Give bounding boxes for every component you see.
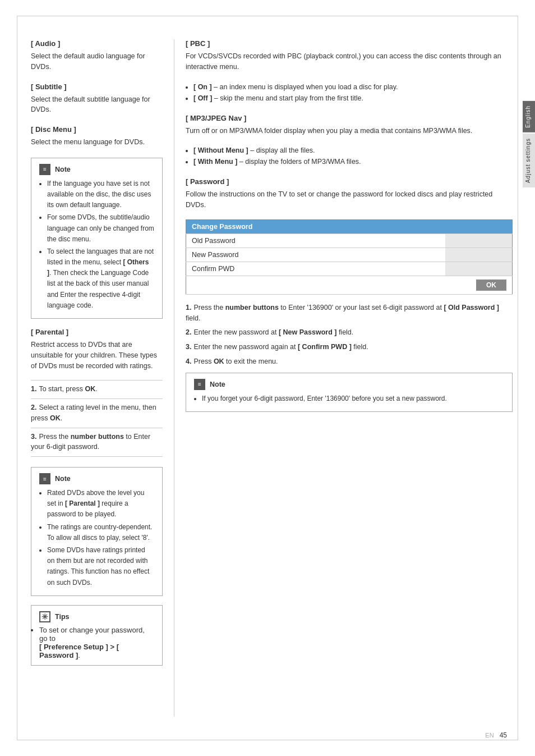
pbc-bullets: [ On ] – an index menu is displayed when…	[186, 81, 513, 104]
side-tabs: English Adjust settings	[523, 101, 535, 187]
tips-box: ✳ Tips To set or change your password, g…	[31, 605, 163, 666]
note-item: To select the languages that are not lis…	[47, 246, 154, 311]
note-header-2: ≡ Note	[39, 473, 154, 484]
pbc-section: [ PBC ] For VCDs/SVCDs recorded with PBC…	[186, 39, 513, 104]
password-section: [ Password ] Follow the instructions on …	[186, 177, 513, 411]
parental-section: [ Parental ] Restrict access to DVDs tha…	[31, 328, 163, 457]
note-header-1: ≡ Note	[39, 164, 154, 175]
confirm-pwd-input[interactable]	[445, 262, 513, 276]
new-password-input[interactable]	[445, 248, 513, 262]
tips-item: To set or change your password, go to [ …	[39, 626, 154, 659]
right-column: [ PBC ] For VCDs/SVCDs recorded with PBC…	[174, 22, 535, 734]
page: English Adjust settings [ Audio ] Select…	[0, 0, 535, 756]
old-password-label: Old Password	[186, 233, 445, 248]
page-number: 45	[500, 731, 507, 739]
top-border	[17, 16, 518, 16]
english-tab: English	[523, 101, 535, 132]
parental-steps: 1.To start, press OK. 2.Select a rating …	[31, 384, 163, 457]
parental-body: Restrict access to DVDs that are unsuita…	[31, 340, 163, 371]
disc-menu-section: [ Disc Menu ] Select the menu language f…	[31, 125, 163, 148]
step-item: 2.Enter the new password at [ New Passwo…	[186, 327, 513, 338]
pbc-bullet: [ Off ] – skip the menu and start play f…	[193, 93, 513, 104]
mp3jpeg-body: Turn off or on MP3/WMA folder display wh…	[186, 126, 513, 136]
subtitle-title: [ Subtitle ]	[31, 83, 163, 91]
en-label: EN	[485, 732, 494, 739]
step-item: 4.Press OK to exit the menu.	[186, 356, 513, 367]
note-item: The ratings are country-dependent. To al…	[47, 522, 154, 543]
password-steps: 1.Press the number buttons to Enter '136…	[186, 303, 513, 367]
mp3jpeg-bullet: [ Without Menu ] – display all the files…	[193, 145, 513, 156]
mp3jpeg-bullets: [ Without Menu ] – display all the files…	[186, 145, 513, 167]
tips-icon: ✳	[39, 611, 50, 622]
pbc-title: [ PBC ]	[186, 39, 513, 48]
note-icon-2: ≡	[39, 473, 50, 484]
step-divider	[31, 398, 163, 399]
ok-button[interactable]: OK	[476, 280, 506, 291]
parental-title: [ Parental ]	[31, 328, 163, 336]
step-divider	[31, 456, 163, 457]
confirm-pwd-label: Confirm PWD	[186, 262, 445, 276]
note-icon-1: ≡	[39, 164, 50, 175]
pbc-bullet: [ On ] – an index menu is displayed when…	[193, 81, 513, 93]
note-box-password: ≡ Note If you forget your 6-digit passwo…	[186, 373, 513, 412]
note-box-2: ≡ Note Rated DVDs above the level you se…	[31, 467, 163, 596]
old-password-input[interactable]	[445, 233, 513, 248]
step-item: 3.Press the number buttons to Enter your…	[31, 432, 163, 453]
left-border	[17, 16, 17, 740]
new-password-label: New Password	[186, 248, 445, 262]
table-row: Confirm PWD	[186, 262, 513, 276]
table-header-cell: Change Password	[186, 219, 513, 233]
mp3jpeg-title: [ MP3/JPEG Nav ]	[186, 114, 513, 122]
note-item: If you forget your 6-digit password, Ent…	[202, 393, 504, 404]
table-row: Old Password	[186, 233, 513, 248]
password-body: Follow the instructions on the TV to set…	[186, 189, 513, 210]
audio-section: [ Audio ] Select the default audio langu…	[31, 39, 163, 72]
adjust-tab: Adjust settings	[523, 134, 535, 187]
note-list-2: Rated DVDs above the level you set in [ …	[39, 488, 154, 588]
step-divider	[31, 428, 163, 428]
left-column: [ Audio ] Select the default audio langu…	[0, 22, 174, 734]
step-divider	[31, 380, 163, 381]
table-header-row: Change Password	[186, 219, 513, 233]
note-item: Some DVDs have ratings printed on them b…	[47, 545, 154, 588]
note-item: Rated DVDs above the level you set in [ …	[47, 488, 154, 520]
ok-row: OK	[186, 276, 513, 294]
disc-menu-body: Select the menu language for DVDs.	[31, 137, 163, 148]
note-item: For some DVDs, the subtitle/audio langua…	[47, 212, 154, 245]
tips-header: ✳ Tips	[39, 611, 154, 622]
pbc-body: For VCDs/SVCDs recorded with PBC (playba…	[186, 51, 513, 72]
note-box-1: ≡ Note If the language you have set is n…	[31, 158, 163, 319]
note-list-1: If the language you have set is not avai…	[39, 178, 154, 311]
mp3jpeg-bullet: [ With Menu ] – display the folders of M…	[193, 156, 513, 167]
subtitle-section: [ Subtitle ] Select the default subtitle…	[31, 83, 163, 116]
subtitle-body: Select the default subtitle language for…	[31, 94, 163, 116]
tips-list: To set or change your password, go to [ …	[39, 626, 154, 659]
step-item: 2.Select a rating level in the menu, the…	[31, 402, 163, 424]
ok-cell: OK	[186, 276, 513, 294]
page-number-area: EN 45	[485, 731, 507, 739]
note-item: If the language you have set is not avai…	[47, 178, 154, 211]
right-border	[518, 16, 518, 740]
password-title: [ Password ]	[186, 177, 513, 186]
bottom-border	[17, 740, 518, 740]
note-icon-password: ≡	[194, 379, 205, 390]
note-list-password: If you forget your 6-digit password, Ent…	[194, 393, 504, 404]
mp3jpeg-section: [ MP3/JPEG Nav ] Turn off or on MP3/WMA …	[186, 114, 513, 168]
disc-menu-title: [ Disc Menu ]	[31, 125, 163, 134]
audio-title: [ Audio ]	[31, 39, 163, 48]
audio-body: Select the default audio language for DV…	[31, 51, 163, 72]
step-item: 1.To start, press OK.	[31, 384, 163, 395]
table-row: New Password	[186, 248, 513, 262]
note-header-password: ≡ Note	[194, 379, 504, 390]
step-item: 3.Enter the new password again at [ Conf…	[186, 342, 513, 352]
step-item: 1.Press the number buttons to Enter '136…	[186, 303, 513, 324]
change-password-table: Change Password Old Password New Passwor…	[186, 219, 513, 295]
